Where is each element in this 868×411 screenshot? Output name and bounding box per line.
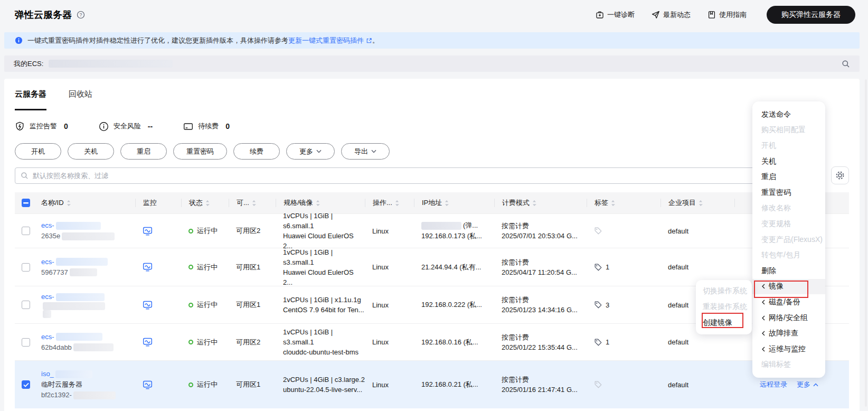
cell-spec-image: 1vCPUs | 1GiB | s3.small.1clouddc-ubuntu…	[276, 327, 365, 357]
topbar-action-0[interactable]: 一键诊断	[596, 10, 635, 20]
sort-icon[interactable]	[395, 200, 399, 207]
cell-monitoring[interactable]	[135, 380, 181, 390]
menu-item-12[interactable]: 磁盘/备份	[752, 294, 825, 310]
column-header-0[interactable]: 名称/ID	[34, 199, 135, 207]
menu-item-10[interactable]: 删除	[752, 263, 825, 279]
search-icon[interactable]	[842, 60, 850, 68]
row-checkbox[interactable]	[22, 301, 30, 309]
menu-item-9: 转包年/包月	[752, 247, 825, 263]
sort-icon[interactable]	[611, 200, 615, 207]
server-id-text: 临时云服务器	[41, 379, 82, 390]
server-name-link[interactable]: ecs-	[41, 220, 54, 231]
monitor-chart-icon	[143, 262, 181, 272]
submenu-item-1: 重装操作系统	[696, 299, 752, 315]
action-button-4[interactable]: 续费	[233, 143, 280, 160]
summary-item-2[interactable]: 待续费0	[183, 122, 230, 132]
topbar-action-1[interactable]: 最新动态	[652, 10, 691, 20]
tag-icon	[594, 227, 602, 235]
row-more-link[interactable]: 更多	[797, 380, 818, 389]
buy-ecs-button[interactable]: 购买弹性云服务器	[767, 6, 855, 24]
cell-os: Linux	[365, 381, 414, 389]
cell-monitoring[interactable]	[135, 337, 181, 347]
redacted-text	[56, 258, 108, 266]
scrollbar[interactable]	[865, 79, 867, 407]
cell-tags[interactable]	[587, 380, 661, 389]
summary-item-1[interactable]: 安全风险--	[99, 122, 153, 132]
cell-az: 可用区1	[229, 380, 276, 389]
menu-item-0[interactable]: 发送命令	[752, 107, 825, 123]
remote-login-link[interactable]: 远程登录	[760, 380, 787, 389]
sort-icon[interactable]	[205, 200, 210, 207]
server-name-link[interactable]: ecs-	[41, 257, 54, 267]
cell-ip: 192.168.0.21 (私...	[414, 379, 494, 390]
sort-icon[interactable]	[252, 200, 256, 207]
sort-icon[interactable]	[532, 200, 536, 207]
monitor-chart-icon	[143, 337, 181, 347]
chevron-left-icon	[761, 300, 766, 305]
menu-item-4[interactable]: 重启	[752, 169, 825, 185]
row-checkbox[interactable]	[22, 380, 30, 389]
redacted-text	[56, 293, 105, 301]
summary-item-0[interactable]: 监控告警0	[15, 122, 68, 132]
cell-tags[interactable]: 3	[587, 301, 661, 309]
sort-icon[interactable]	[445, 200, 449, 207]
menu-item-15[interactable]: 运维与监控	[752, 341, 825, 357]
risk-icon	[99, 122, 109, 132]
server-name-link[interactable]: ecs-	[41, 332, 54, 342]
row-checkbox[interactable]	[22, 227, 30, 235]
table-search-input[interactable]	[33, 172, 795, 180]
dropdown-button-0[interactable]: 更多	[286, 143, 335, 160]
sort-icon[interactable]	[699, 200, 703, 207]
tab-cloud-servers[interactable]: 云服务器	[15, 89, 46, 110]
menu-item-3[interactable]: 关机	[752, 154, 825, 170]
column-header-4[interactable]: 规格/镜像	[276, 199, 365, 207]
action-button-2[interactable]: 重启	[120, 143, 167, 160]
row-checkbox[interactable]	[22, 338, 30, 347]
row-checkbox[interactable]	[22, 263, 30, 272]
action-button-3[interactable]: 重置密码	[173, 143, 227, 160]
app-header: 弹性云服务器 ? 一键诊断最新动态使用指南购买弹性云服务器	[0, 0, 868, 30]
action-button-1[interactable]: 关机	[68, 143, 114, 160]
select-all-checkbox[interactable]	[22, 199, 30, 207]
guide-icon	[707, 11, 716, 19]
cell-monitoring[interactable]	[135, 226, 181, 236]
monitor-chart-icon	[143, 226, 181, 236]
cell-tags[interactable]: 1	[587, 338, 661, 347]
menu-item-5[interactable]: 重置密码	[752, 185, 825, 201]
cell-billing: 按需计费2025/01/16 21:47:41 G...	[494, 375, 587, 395]
cell-monitoring[interactable]	[135, 262, 181, 272]
column-header-9[interactable]: 企业项目	[661, 199, 734, 207]
settings-gear-button[interactable]	[831, 166, 849, 184]
cell-enterprise-project: default	[661, 227, 734, 235]
tab-recycle-bin[interactable]: 回收站	[69, 89, 92, 110]
page-title: 弹性云服务器	[15, 8, 72, 21]
column-header-6[interactable]: IP地址	[414, 199, 494, 207]
dropdown-button-1[interactable]: 导出	[341, 143, 390, 160]
action-button-0[interactable]: 开机	[15, 143, 61, 160]
sort-icon[interactable]	[316, 200, 320, 207]
submenu-item-2[interactable]: 创建镜像	[696, 315, 752, 331]
menu-item-13[interactable]: 网络/安全组	[752, 310, 825, 326]
column-header-3[interactable]: 可...	[229, 199, 276, 207]
server-name-link[interactable]: ecs-	[41, 292, 54, 302]
cell-monitoring[interactable]	[135, 300, 181, 310]
banner-link[interactable]: 更新一键式重置密码插件	[288, 36, 372, 45]
cell-tags[interactable]	[587, 227, 661, 235]
menu-item-11[interactable]: 镜像	[752, 279, 825, 295]
menu-item-14[interactable]: 故障排查	[752, 325, 825, 341]
column-header-5[interactable]: 操作...	[365, 199, 414, 207]
server-name-link[interactable]: iso_	[41, 369, 54, 379]
cell-spec-image: 1vCPUs | 1GiB | s6.small.1Huawei Cloud E…	[276, 211, 365, 251]
column-header-2[interactable]: 状态	[181, 199, 229, 207]
redacted-text	[73, 391, 116, 399]
column-header-8[interactable]: 标签	[587, 199, 661, 207]
topbar-action-2[interactable]: 使用指南	[707, 10, 747, 20]
table-row[interactable]: ecs-2635e运行中可用区21vCPUs | 1GiB | s6.small…	[15, 213, 849, 248]
table-row[interactable]: iso_临时云服务器bf2c1392-运行中可用区12vCPUs | 4GiB …	[15, 360, 849, 408]
column-header-7[interactable]: 计费模式	[494, 199, 587, 207]
cell-billing: 按需计费2025/01/23 14:34:16 G...	[494, 295, 587, 315]
table-search-box[interactable]	[15, 167, 800, 184]
cell-tags[interactable]: 1	[587, 263, 661, 272]
sort-icon[interactable]	[67, 200, 71, 207]
help-icon[interactable]: ?	[77, 11, 85, 19]
